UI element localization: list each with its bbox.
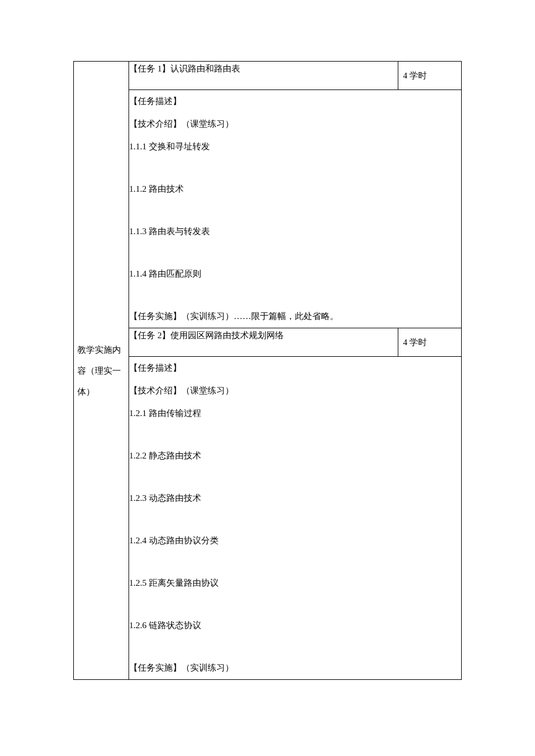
task1-tech: 【技术介绍】（课堂练习）: [129, 113, 461, 135]
task2-title-cell: 【任务 2】使用园区网路由技术规划网络: [129, 328, 398, 357]
task2-hours-cell: 4 学时: [398, 328, 462, 357]
task2-item-1: 1.2.1 路由传输过程: [129, 402, 461, 425]
task1-item-1: 1.1.1 交换和寻址转发: [129, 135, 461, 158]
task2-item-5: 1.2.5 距离矢量路由协议: [129, 572, 461, 594]
left-header-cell: 教学实施内容（理实一体）: [74, 62, 129, 680]
left-header-text: 教学实施内容（理实一体）: [77, 345, 121, 396]
task2-desc: 【任务描述】: [129, 357, 461, 379]
task1-hours: 4 学时: [403, 71, 427, 80]
task2-item-4: 1.2.4 动态路由协议分类: [129, 529, 461, 552]
task2-content-cell: 【任务描述】 【技术介绍】（课堂练习） 1.2.1 路由传输过程 1.2.2 静…: [129, 357, 462, 680]
task1-impl: 【任务实施】（实训练习）……限于篇幅，此处省略。: [129, 305, 461, 328]
task2-item-3: 1.2.3 动态路由技术: [129, 487, 461, 510]
task1-hours-cell: 4 学时: [398, 62, 462, 90]
task1-title: 【任务 1】认识路由和路由表: [129, 64, 240, 73]
task1-desc: 【任务描述】: [129, 90, 461, 113]
task1-item-3: 1.1.3 路由表与转发表: [129, 220, 461, 243]
task1-title-cell: 【任务 1】认识路由和路由表: [129, 62, 398, 90]
syllabus-table: 教学实施内容（理实一体） 【任务 1】认识路由和路由表 4 学时 【任务描述】 …: [73, 61, 462, 680]
task1-item-2: 1.1.2 路由技术: [129, 178, 461, 200]
task1-content-cell: 【任务描述】 【技术介绍】（课堂练习） 1.1.1 交换和寻址转发 1.1.2 …: [129, 90, 462, 328]
task2-hours: 4 学时: [403, 338, 427, 347]
task2-tech: 【技术介绍】（课堂练习）: [129, 379, 461, 402]
task2-item-2: 1.2.2 静态路由技术: [129, 445, 461, 467]
task2-title: 【任务 2】使用园区网路由技术规划网络: [129, 331, 284, 340]
task2-impl: 【任务实施】（实训练习）: [129, 657, 461, 679]
task2-item-6: 1.2.6 链路状态协议: [129, 614, 461, 637]
task1-item-4: 1.1.4 路由匹配原则: [129, 263, 461, 285]
